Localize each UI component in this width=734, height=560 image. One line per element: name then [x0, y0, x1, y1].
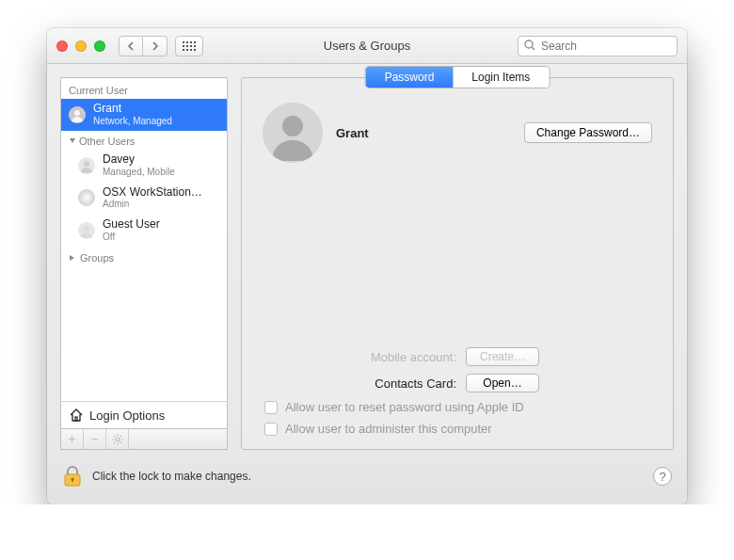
titlebar: Users & Groups: [47, 28, 687, 64]
allow-admin-checkbox[interactable]: [264, 423, 278, 436]
open-contacts-card-button[interactable]: Open…: [466, 374, 539, 392]
user-subtitle-label: Off: [103, 232, 160, 243]
user-subtitle-label: Managed, Mobile: [103, 167, 175, 178]
svg-point-0: [525, 40, 533, 48]
chevron-left-icon: [127, 41, 135, 51]
remove-user-button[interactable]: －: [84, 429, 106, 449]
add-user-button[interactable]: ＋: [61, 429, 84, 449]
avatar-icon: [69, 106, 86, 123]
search-input[interactable]: [518, 36, 678, 56]
forward-button[interactable]: [143, 36, 168, 56]
svg-rect-20: [72, 479, 73, 482]
avatar-icon: [78, 222, 95, 239]
show-all-button[interactable]: [175, 36, 203, 56]
footer: Click the lock to make changes. ?: [47, 450, 687, 504]
login-options-label: Login Options: [89, 408, 165, 423]
avatar-icon: [78, 157, 95, 174]
svg-line-15: [120, 436, 120, 437]
gear-icon: [112, 434, 123, 445]
other-users-section-label: Other Users: [61, 131, 227, 150]
sidebar: Current User Grant Network, Managed: [60, 77, 228, 450]
user-row-current[interactable]: Grant Network, Managed: [61, 99, 227, 131]
svg-point-7: [116, 438, 120, 441]
grid-icon: [183, 41, 196, 51]
lock-hint-label: Click the lock to make changes.: [92, 470, 251, 483]
user-row[interactable]: OSX WorkStation… Admin: [61, 183, 227, 215]
search-icon: [523, 39, 536, 52]
svg-point-4: [84, 161, 89, 167]
user-name-label: Guest User: [103, 218, 160, 232]
close-window-button[interactable]: [56, 40, 68, 52]
main-panel: Password Login Items Grant Change Passwo…: [241, 77, 674, 450]
sidebar-toolbar: ＋ －: [60, 429, 228, 450]
allow-reset-row: Allow user to reset password using Apple…: [263, 400, 652, 414]
user-name-label: Grant: [93, 103, 172, 116]
user-avatar[interactable]: [263, 103, 323, 163]
current-user-section-label: Current User: [61, 78, 227, 99]
svg-line-12: [114, 436, 115, 437]
user-header: Grant Change Password…: [263, 103, 652, 163]
user-name-label: Davey: [103, 153, 175, 167]
person-silhouette-icon: [263, 103, 323, 163]
user-name-label: OSX WorkStation…: [103, 186, 202, 200]
groups-section-label[interactable]: Groups: [61, 247, 227, 267]
user-display-name: Grant: [336, 126, 369, 140]
mobile-account-label: Mobile account:: [371, 350, 456, 364]
svg-point-3: [74, 110, 80, 116]
svg-point-17: [282, 116, 303, 136]
user-subtitle-label: Network, Managed: [93, 116, 172, 127]
user-subtitle-label: Admin: [103, 199, 202, 210]
traffic-lights: [56, 40, 105, 52]
tab-password[interactable]: Password: [366, 67, 454, 88]
user-row[interactable]: Guest User Off: [61, 215, 227, 247]
house-icon: [69, 408, 84, 423]
back-button[interactable]: [119, 36, 143, 56]
allow-reset-label: Allow user to reset password using Apple…: [285, 400, 524, 414]
create-mobile-account-button: Create…: [466, 347, 539, 366]
allow-reset-checkbox[interactable]: [264, 401, 278, 414]
disclosure-triangle-icon[interactable]: [69, 137, 76, 145]
contacts-card-label: Contacts Card:: [375, 376, 456, 391]
login-options-button[interactable]: Login Options: [60, 401, 228, 429]
svg-line-1: [532, 47, 535, 50]
allow-admin-label: Allow user to administer this computer: [285, 422, 492, 436]
zoom-window-button[interactable]: [94, 40, 105, 52]
search-field-wrap: [518, 36, 678, 56]
disclosure-triangle-icon: [69, 254, 76, 262]
minimize-window-button[interactable]: [75, 40, 87, 52]
svg-line-13: [120, 441, 120, 442]
svg-line-14: [114, 441, 115, 442]
lock-button[interactable]: [62, 465, 83, 488]
mobile-account-row: Mobile account: Create…: [263, 347, 652, 366]
users-list: Current User Grant Network, Managed: [60, 77, 228, 401]
user-row[interactable]: Davey Managed, Mobile: [61, 150, 227, 182]
preferences-window: Users & Groups Current User Grant: [47, 28, 687, 504]
chevron-right-icon: [152, 41, 159, 51]
help-button[interactable]: ?: [653, 467, 672, 486]
svg-point-5: [84, 226, 89, 232]
contacts-card-row: Contacts Card: Open…: [263, 374, 652, 392]
tab-login-items[interactable]: Login Items: [453, 67, 549, 88]
nav-buttons: [119, 36, 168, 56]
avatar-icon: [78, 189, 95, 206]
tab-group: Password Login Items: [366, 67, 550, 88]
sidebar-action-menu[interactable]: [106, 429, 129, 449]
allow-admin-row: Allow user to administer this computer: [263, 422, 652, 436]
content-area: Current User Grant Network, Managed: [47, 64, 687, 450]
lock-icon: [62, 465, 83, 488]
change-password-button[interactable]: Change Password…: [524, 122, 652, 143]
